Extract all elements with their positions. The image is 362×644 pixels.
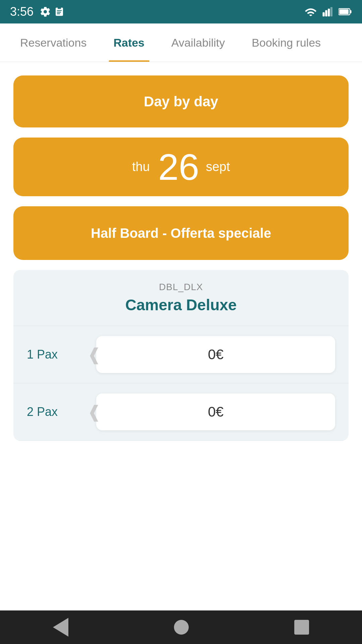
tab-reservations[interactable]: Reservations [7, 23, 100, 62]
room-card: DBL_DLX Camera Deluxe 1 Pax ❰ 0€ 2 Pax ❰… [13, 270, 349, 441]
gear-icon [40, 6, 51, 17]
room-code: DBL_DLX [27, 282, 335, 292]
back-button[interactable] [53, 618, 68, 637]
date-button[interactable]: thu 26 sept [13, 138, 349, 196]
svg-rect-3 [57, 12, 61, 12]
tab-availability[interactable]: Availability [158, 23, 238, 62]
svg-rect-5 [322, 12, 324, 16]
svg-rect-10 [350, 10, 352, 13]
recent-icon [294, 620, 309, 635]
recent-button[interactable] [294, 620, 309, 635]
pax-1-label: 1 Pax [27, 347, 87, 362]
status-time: 3:56 [10, 5, 34, 19]
tab-booking-rules[interactable]: Booking rules [238, 23, 334, 62]
pax-row-2: 2 Pax ❰ 0€ [13, 383, 349, 441]
pax-1-arrow-icon: ❰ [87, 346, 101, 363]
svg-rect-4 [57, 13, 60, 14]
status-bar-right [304, 7, 352, 16]
wifi-icon [304, 7, 317, 16]
pax-2-arrow-icon: ❰ [87, 404, 101, 420]
nav-tabs: Reservations Rates Availability Booking … [0, 23, 362, 62]
room-card-header: DBL_DLX Camera Deluxe [13, 270, 349, 326]
svg-rect-6 [325, 10, 327, 16]
home-button[interactable] [174, 620, 189, 635]
back-icon [53, 618, 68, 637]
signal-icon [322, 7, 333, 16]
battery-icon [339, 7, 352, 16]
main-content: Day by day thu 26 sept Half Board - Offe… [0, 62, 362, 474]
pax-1-input-container: ❰ 0€ [87, 336, 335, 373]
home-icon [174, 620, 189, 635]
svg-rect-11 [339, 9, 349, 14]
meal-plan-button[interactable]: Half Board - Offerta speciale [13, 206, 349, 260]
date-day: thu [132, 160, 150, 174]
svg-rect-8 [330, 7, 333, 16]
svg-rect-2 [57, 10, 62, 11]
pax-2-input-container: ❰ 0€ [87, 393, 335, 430]
date-number: 26 [158, 149, 199, 185]
pax-row-1: 1 Pax ❰ 0€ [13, 326, 349, 383]
clipboard-icon [54, 6, 64, 17]
pax-1-input[interactable]: 0€ [96, 336, 335, 373]
pax-2-input[interactable]: 0€ [96, 393, 335, 430]
status-icons [40, 6, 64, 17]
room-name: Camera Deluxe [27, 296, 335, 314]
date-month: sept [206, 160, 230, 174]
tab-rates[interactable]: Rates [100, 23, 158, 62]
svg-rect-7 [328, 9, 330, 16]
bottom-nav [0, 610, 362, 644]
status-bar: 3:56 [0, 0, 362, 23]
status-bar-left: 3:56 [10, 5, 64, 19]
day-by-day-button[interactable]: Day by day [13, 75, 349, 127]
svg-rect-1 [58, 7, 61, 9]
pax-2-label: 2 Pax [27, 405, 87, 419]
